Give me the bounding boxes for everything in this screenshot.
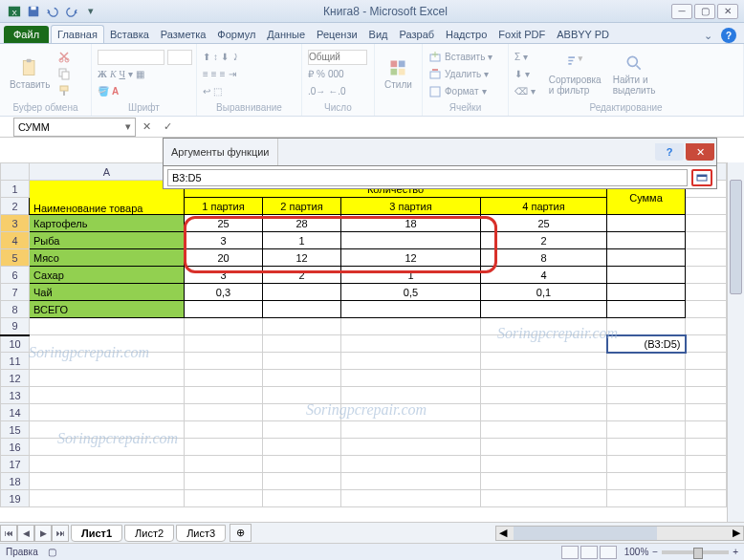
font-family[interactable] [98,50,164,65]
clear-icon[interactable]: ⌫ ▾ [514,83,536,99]
align-right-icon[interactable]: ≡ [220,69,226,79]
zoom-control[interactable]: 100% − + [624,547,738,557]
qat-dropdown-icon[interactable]: ▾ [82,3,99,20]
sheet-tab-3[interactable]: Лист3 [176,525,226,542]
svg-rect-11 [63,91,65,96]
sheet-nav-last-icon[interactable]: ⏭ [52,525,69,542]
cell[interactable]: 3 партия [341,198,481,215]
tab-review[interactable]: Рецензи [311,26,363,43]
copy-icon[interactable] [57,67,71,82]
fill-color-icon[interactable]: 🪣 [98,86,109,97]
view-page-icon[interactable] [580,546,598,559]
tab-formulas[interactable]: Формул [211,26,261,43]
font-size[interactable] [167,50,192,65]
indent-icon[interactable]: ⇥ [229,69,236,79]
align-middle-icon[interactable]: ↕ [213,52,218,62]
minimize-button[interactable]: ─ [671,4,692,19]
file-tab[interactable]: Файл [4,26,49,43]
redo-icon[interactable] [63,3,80,20]
ribbon-tabs: Файл Главная Вставка Разметка Формул Дан… [0,23,744,44]
autosum-icon[interactable]: Σ ▾ [514,49,536,65]
horizontal-scrollbar[interactable]: ◀▶ [495,526,744,541]
name-box[interactable]: СУММ ▾ [13,118,136,137]
dialog-close-icon[interactable]: ✕ [686,143,714,161]
decimal-dec-icon[interactable]: ←.0 [328,86,345,97]
decimal-inc-icon[interactable]: .0→ [308,86,325,97]
align-top-icon[interactable]: ⬆ [203,52,210,62]
underline-icon[interactable]: Ч [120,69,126,79]
currency-icon[interactable]: ₽ [308,69,314,79]
sheet-tab-2[interactable]: Лист2 [124,525,174,542]
tab-insert[interactable]: Вставка [104,26,155,43]
zoom-slider[interactable] [662,550,729,554]
dialog-help-icon[interactable]: ? [655,143,684,161]
cancel-icon[interactable]: ✕ [136,120,157,133]
vertical-scrollbar[interactable] [727,162,744,522]
comma-icon[interactable]: 000 [328,69,344,79]
format-painter-icon[interactable] [57,84,71,99]
delete-cells[interactable]: Удалить ▾ [428,66,492,82]
col-A[interactable]: A [30,163,185,181]
tab-data[interactable]: Данные [261,26,311,43]
tab-abbyy[interactable]: ABBYY PD [551,26,615,43]
undo-icon[interactable] [44,3,61,20]
cell[interactable]: 1 партия [185,198,263,215]
expand-dialog-button[interactable] [691,169,712,186]
close-button[interactable]: ✕ [717,4,738,19]
cell[interactable]: 4 партия [481,198,607,215]
paste-button[interactable]: Вставить [6,56,54,92]
cut-icon[interactable] [57,50,71,65]
sheet-tab-1[interactable]: Лист1 [71,525,122,542]
styles-button[interactable]: Стили [381,56,416,92]
svg-rect-13 [399,61,405,68]
orientation-icon[interactable]: ⤸ [231,52,239,62]
number-format[interactable] [308,50,367,65]
insert-cells[interactable]: Вставить ▾ [428,49,492,65]
spreadsheet-grid[interactable]: A B C D E F G 1Наименование товараКоличе… [0,162,727,522]
view-break-icon[interactable] [600,546,617,559]
bold-icon[interactable]: Ж [98,69,107,79]
tab-foxit[interactable]: Foxit PDF [492,26,551,43]
select-all[interactable] [1,163,30,181]
cell[interactable]: Наименование товара [30,181,185,215]
sheet-nav-next-icon[interactable]: ▶ [34,525,52,542]
tab-layout[interactable]: Разметка [155,26,212,43]
sheet-nav-first-icon[interactable]: ⏮ [0,525,17,542]
tab-view[interactable]: Вид [363,26,394,43]
align-center-icon[interactable]: ≡ [211,69,217,79]
view-normal-icon[interactable] [561,546,579,559]
zoom-out-icon[interactable]: − [652,547,658,557]
align-left-icon[interactable]: ≡ [203,69,208,79]
maximize-button[interactable]: ▢ [694,4,715,19]
range-input[interactable] [167,169,688,186]
zoom-in-icon[interactable]: + [733,547,738,557]
minimize-ribbon-icon[interactable]: ⌄ [700,28,715,43]
align-bottom-icon[interactable]: ⬇ [221,52,229,62]
fill-icon[interactable]: ⬇ ▾ [514,66,536,82]
percent-icon[interactable]: % [317,69,325,79]
dialog-input-row [163,166,717,189]
find-select-button[interactable]: Найти и выделить [609,52,660,97]
sheet-nav-prev-icon[interactable]: ◀ [17,525,34,542]
italic-icon[interactable]: К [110,69,117,79]
merge-icon[interactable]: ⬚ [213,86,222,97]
help-icon[interactable]: ? [721,28,736,43]
format-cells[interactable]: Формат ▾ [428,83,492,99]
font-color-icon[interactable]: A [112,86,119,97]
tab-developer[interactable]: Разраб [394,26,441,43]
formula-cell[interactable]: (B3:D5) [607,335,686,353]
sort-filter-button[interactable]: Сортировка и фильтр [545,52,605,97]
tab-home[interactable]: Главная [51,25,104,43]
group-font: Шрифт [98,102,190,114]
wrap-text-icon[interactable]: ↩ [203,86,210,97]
macro-record-icon[interactable]: ▢ [48,547,56,557]
new-sheet-icon[interactable]: ⊕ [230,524,252,542]
formula-bar-row: СУММ ▾ ✕ ✓ [0,117,744,138]
svg-rect-3 [31,6,35,10]
tab-addins[interactable]: Надстро [440,26,492,43]
namebox-dropdown-icon[interactable]: ▾ [125,120,131,133]
border-icon[interactable]: ▦ [136,69,144,79]
cell[interactable]: 2 партия [263,198,341,215]
save-icon[interactable] [25,3,42,20]
confirm-icon[interactable]: ✓ [157,120,178,133]
